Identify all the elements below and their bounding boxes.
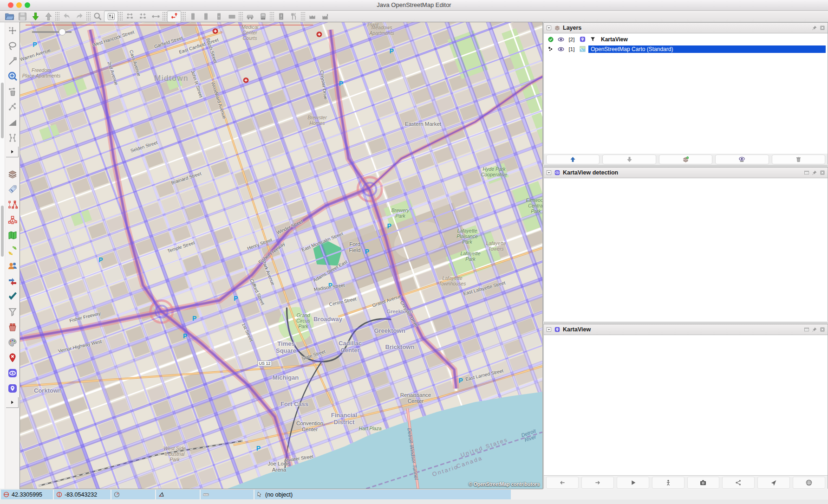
toolbar-separator bbox=[118, 12, 123, 20]
next-image-button[interactable] bbox=[581, 477, 614, 489]
sticky-pin-icon[interactable] bbox=[812, 327, 817, 332]
distribute-nodes-button[interactable] bbox=[149, 11, 162, 22]
preset-bus-button[interactable] bbox=[256, 11, 269, 22]
collapse-icon[interactable] bbox=[546, 170, 552, 175]
tags-dialog-button[interactable] bbox=[6, 183, 19, 196]
authors-dialog-button[interactable] bbox=[6, 259, 19, 272]
open-image-button[interactable] bbox=[687, 477, 720, 489]
detach-window-icon[interactable] bbox=[804, 327, 809, 332]
select-tool-button[interactable] bbox=[6, 24, 19, 37]
scrollbar-thumb[interactable] bbox=[1, 206, 4, 257]
redo-button[interactable] bbox=[73, 11, 86, 22]
preset-signal-button[interactable] bbox=[212, 11, 225, 22]
play-sequence-button[interactable] bbox=[617, 477, 649, 489]
share-button[interactable] bbox=[722, 477, 755, 489]
window-title: Java OpenStreetMap Editor bbox=[0, 1, 828, 8]
kartaview-panel: KartaView bbox=[543, 324, 828, 489]
unglue-tool-button[interactable] bbox=[6, 101, 19, 114]
lasso-tool-button[interactable] bbox=[6, 39, 19, 52]
object-info-field: (no object) bbox=[254, 490, 511, 499]
preset-factory-button[interactable] bbox=[319, 11, 332, 22]
layer-list: [2]KartaView[1]OpenStreetMap Carto (Stan… bbox=[544, 33, 828, 154]
latitude-icon bbox=[3, 491, 10, 498]
notes-dialog-button[interactable] bbox=[6, 351, 19, 364]
map-canvas[interactable]: PPPPPPPPPPPP bbox=[20, 22, 542, 489]
open-web-page-button[interactable] bbox=[793, 477, 825, 489]
layers-dialog-button[interactable] bbox=[6, 168, 19, 181]
kartaview-detection-panel: KartaView detection bbox=[543, 167, 828, 321]
locate-image-button[interactable] bbox=[757, 477, 790, 489]
preset-castle-button[interactable] bbox=[306, 11, 319, 22]
close-icon[interactable] bbox=[820, 327, 825, 332]
kartaview-detection-dialog-button[interactable] bbox=[6, 367, 19, 380]
preferences-button[interactable] bbox=[104, 11, 118, 22]
show-hide-layer-button[interactable] bbox=[715, 155, 769, 164]
svg-text:P: P bbox=[183, 332, 187, 340]
svg-text:P: P bbox=[234, 295, 238, 302]
preset-block-button[interactable] bbox=[225, 11, 238, 22]
zoom-search-button[interactable] bbox=[91, 11, 104, 22]
layer-visibility-icon[interactable] bbox=[557, 45, 565, 53]
undo-button[interactable] bbox=[60, 11, 73, 22]
toolbar-separator bbox=[270, 12, 274, 20]
detach-window-icon[interactable] bbox=[804, 170, 809, 175]
preset-restaurant-button[interactable] bbox=[287, 11, 300, 22]
delete-layer-button[interactable] bbox=[772, 155, 825, 164]
selection-dialog-button[interactable] bbox=[6, 198, 19, 211]
activate-layer-button[interactable] bbox=[659, 155, 712, 164]
conflict-dialog-button[interactable] bbox=[6, 275, 19, 288]
more-tools-button[interactable] bbox=[6, 147, 19, 157]
layer-row[interactable]: [2]KartaView bbox=[544, 34, 828, 44]
map-view[interactable]: PPPPPPPPPPPP MidtownMedical Center Court… bbox=[20, 22, 542, 489]
preset-column-button[interactable] bbox=[186, 11, 199, 22]
sticky-pin-icon[interactable] bbox=[812, 170, 817, 175]
changeset-download-button[interactable] bbox=[6, 244, 19, 257]
switch-viewer-button[interactable] bbox=[652, 477, 685, 489]
toolbar-separator bbox=[86, 12, 91, 20]
close-icon[interactable] bbox=[820, 170, 825, 175]
angle-snapping-button[interactable] bbox=[167, 11, 181, 22]
contract-nodes-button[interactable] bbox=[136, 11, 149, 22]
validator-dialog-button[interactable] bbox=[6, 290, 19, 303]
detection-panel-title: KartaView detection bbox=[563, 169, 802, 176]
layer-filter-icon[interactable] bbox=[588, 36, 597, 42]
more-dialogs-button[interactable] bbox=[6, 397, 19, 408]
angle-field bbox=[156, 490, 200, 499]
layer-visibility-icon[interactable] bbox=[557, 36, 565, 43]
preset-warning-button[interactable] bbox=[274, 11, 287, 22]
download-data-button[interactable] bbox=[29, 11, 42, 22]
move-layer-up-button[interactable] bbox=[546, 155, 600, 164]
preset-column-2-button[interactable] bbox=[199, 11, 212, 22]
command-stack-dialog-button[interactable] bbox=[6, 321, 19, 334]
move-layer-down-button[interactable] bbox=[602, 155, 656, 164]
collapse-icon[interactable] bbox=[546, 327, 552, 332]
relations-dialog-button[interactable] bbox=[6, 213, 19, 226]
improve-accuracy-tool-button[interactable] bbox=[6, 116, 19, 129]
kartaview-dialog-button[interactable] bbox=[6, 382, 19, 395]
spread-nodes-button[interactable] bbox=[123, 11, 136, 22]
minimap-dialog-button[interactable] bbox=[6, 229, 19, 242]
scrollbar-thumb[interactable] bbox=[1, 83, 4, 138]
layers-panel-title: Layers bbox=[563, 25, 809, 31]
previous-image-button[interactable] bbox=[546, 477, 579, 489]
layer-row[interactable]: [1]OpenStreetMap Carto (Standard) bbox=[544, 44, 828, 54]
object-info-value: (no object) bbox=[265, 491, 293, 498]
imagery-layer-icon bbox=[578, 45, 587, 52]
draw-tool-button[interactable] bbox=[6, 55, 19, 68]
open-file-button[interactable] bbox=[3, 11, 16, 22]
delete-tool-button[interactable] bbox=[6, 85, 19, 98]
preset-car-button[interactable] bbox=[243, 11, 256, 22]
save-button[interactable] bbox=[16, 11, 29, 22]
josm-window: Java OpenStreetMap Editor PPPPPPPPPPPP M… bbox=[0, 0, 828, 504]
layer-index: [1] bbox=[567, 46, 576, 52]
zoom-tool-button[interactable] bbox=[6, 70, 19, 83]
upload-data-button[interactable] bbox=[42, 11, 55, 22]
svg-text:P: P bbox=[458, 377, 463, 384]
filter-dialog-button[interactable] bbox=[6, 305, 19, 318]
angle-icon bbox=[158, 491, 165, 498]
parallel-tool-button[interactable] bbox=[6, 131, 19, 144]
collapse-icon[interactable] bbox=[546, 25, 552, 31]
mappaint-dialog-button[interactable] bbox=[6, 336, 19, 349]
sticky-pin-icon[interactable] bbox=[812, 25, 817, 31]
close-icon[interactable] bbox=[820, 25, 825, 31]
